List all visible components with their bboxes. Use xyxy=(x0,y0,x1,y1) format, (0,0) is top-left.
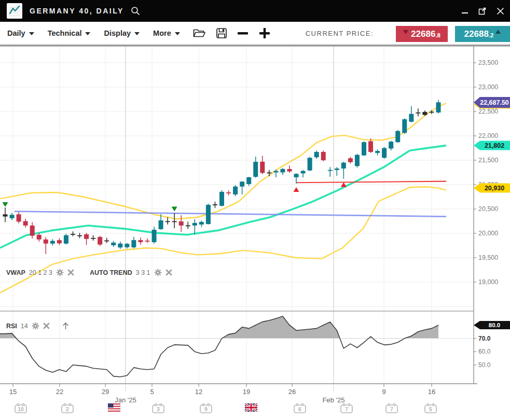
candle-body xyxy=(3,214,8,216)
candle-body xyxy=(179,221,184,226)
candle-body xyxy=(280,169,285,173)
zoom-in-button[interactable] xyxy=(259,27,270,39)
price-down-arrow-icon xyxy=(403,30,408,34)
candle-body xyxy=(314,152,319,157)
indicator-legend-rsi: RSI 14 xyxy=(6,321,70,330)
menu-more[interactable]: More xyxy=(153,29,180,37)
svg-text:23,000: 23,000 xyxy=(478,83,498,91)
candle-body xyxy=(260,162,265,173)
candle-body xyxy=(301,171,306,174)
candle-body xyxy=(294,174,299,177)
us-flag-icon[interactable] xyxy=(108,403,120,412)
menu-timeframe[interactable]: Daily xyxy=(7,29,34,37)
open-folder-icon[interactable] xyxy=(192,27,205,39)
svg-text:80.0: 80.0 xyxy=(489,322,500,328)
menu-technical[interactable]: Technical xyxy=(48,29,91,37)
candle-body xyxy=(362,142,366,155)
svg-text:20,000: 20,000 xyxy=(478,230,498,237)
bid-price-value: 22686 xyxy=(411,29,435,39)
candle-body xyxy=(321,152,326,160)
candle-body xyxy=(10,215,15,218)
svg-text:50.0: 50.0 xyxy=(478,361,491,369)
svg-text:21,500: 21,500 xyxy=(478,157,498,164)
auto-trend-remove-icon[interactable] xyxy=(166,269,172,276)
candle-body xyxy=(30,226,35,236)
rsi-params: 14 xyxy=(21,323,28,330)
zoom-out-button[interactable] xyxy=(237,27,249,39)
menu-technical-label: Technical xyxy=(48,29,82,37)
candle-body xyxy=(389,142,393,148)
ask-price-decimal: .2 xyxy=(489,32,494,38)
candle-body xyxy=(44,240,48,244)
candle-body xyxy=(206,205,211,224)
minimize-button[interactable] xyxy=(460,6,470,16)
svg-text:7: 7 xyxy=(345,406,348,412)
title-bar: GERMANY 40, DAILY xyxy=(0,0,510,22)
popout-window-button[interactable] xyxy=(478,6,487,16)
svg-text:70.0: 70.0 xyxy=(478,335,491,342)
uk-flag-icon[interactable] xyxy=(245,403,257,412)
svg-text:26: 26 xyxy=(288,388,296,396)
candle-body xyxy=(233,187,238,194)
save-icon[interactable] xyxy=(216,27,227,39)
candle-body xyxy=(192,223,197,226)
svg-text:12: 12 xyxy=(195,388,202,396)
vwap-params: 20 1 2 3 xyxy=(29,269,52,276)
auto-trend-settings-icon[interactable] xyxy=(154,269,162,276)
svg-text:22,000: 22,000 xyxy=(478,132,498,139)
candle-body xyxy=(57,240,62,243)
svg-text:29: 29 xyxy=(102,388,109,396)
search-icon[interactable] xyxy=(130,6,141,16)
menu-timeframe-label: Daily xyxy=(7,29,25,37)
svg-text:19,500: 19,500 xyxy=(478,254,498,261)
candle-body xyxy=(17,214,21,221)
bid-price-decimal: .8 xyxy=(435,32,440,38)
svg-text:7: 7 xyxy=(390,406,393,412)
svg-text:9: 9 xyxy=(204,406,208,412)
ask-price-box[interactable]: 22688.2 xyxy=(455,26,510,42)
candle-body xyxy=(172,221,177,222)
candle-body xyxy=(416,113,420,114)
chart-background xyxy=(0,46,510,420)
rsi-remove-icon[interactable] xyxy=(43,323,50,329)
chevron-down-icon xyxy=(85,32,90,35)
svg-text:3: 3 xyxy=(157,406,160,412)
svg-text:19,000: 19,000 xyxy=(478,278,498,286)
candle-body xyxy=(104,241,109,242)
price-up-arrow-icon xyxy=(495,30,501,34)
candle-body xyxy=(213,204,217,205)
close-button[interactable] xyxy=(495,6,505,16)
vwap-settings-icon[interactable] xyxy=(56,269,64,276)
candle-body xyxy=(186,225,190,226)
vwap-remove-icon[interactable] xyxy=(67,269,74,276)
chart-canvas[interactable]: 23,50023,00022,50022,00021,50021,00020,5… xyxy=(0,46,510,420)
candle-body xyxy=(84,234,89,239)
candle-body xyxy=(395,131,400,143)
candle-body xyxy=(402,119,407,133)
candle-body xyxy=(145,241,149,242)
svg-text:Feb '25: Feb '25 xyxy=(323,396,345,404)
svg-text:10: 10 xyxy=(18,406,24,412)
candle-body xyxy=(246,177,251,184)
candle-body xyxy=(50,241,55,244)
candle-body xyxy=(71,234,75,235)
bid-price-box[interactable]: 22686.8 xyxy=(396,26,448,42)
candle-body xyxy=(199,222,204,225)
candle-body xyxy=(118,244,122,248)
svg-text:21,802: 21,802 xyxy=(485,142,504,149)
candle-body xyxy=(287,169,292,172)
auto-trend-label: AUTO TREND xyxy=(90,269,132,276)
candle-body xyxy=(429,111,434,113)
candle-body xyxy=(226,192,231,193)
svg-text:23,500: 23,500 xyxy=(478,59,498,66)
candle-body xyxy=(436,102,441,113)
candle-body xyxy=(422,112,427,115)
svg-text:2: 2 xyxy=(66,406,69,412)
candle-body xyxy=(152,230,157,242)
move-pane-up-icon[interactable] xyxy=(61,321,70,330)
rsi-settings-icon[interactable] xyxy=(32,322,39,330)
candle-body xyxy=(273,171,278,173)
menu-display-label: Display xyxy=(104,29,131,37)
menu-display[interactable]: Display xyxy=(104,29,140,37)
svg-text:60.0: 60.0 xyxy=(478,348,491,355)
